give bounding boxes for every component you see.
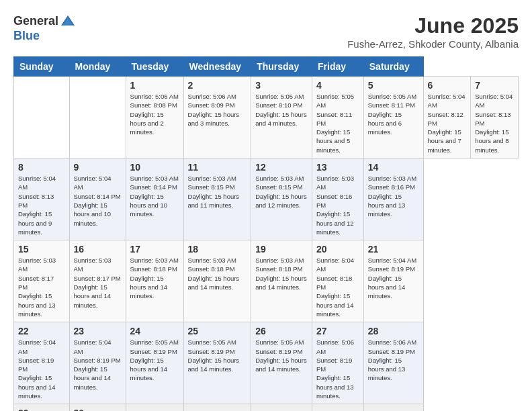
- calendar-cell: 4Sunrise: 5:05 AMSunset: 8:11 PMDaylight…: [312, 77, 364, 158]
- calendar-cell: 8Sunrise: 5:04 AMSunset: 8:13 PMDaylight…: [14, 158, 70, 240]
- day-info: Sunrise: 5:04 AMSunset: 8:19 PMDaylight:…: [74, 338, 122, 392]
- day-info: Sunrise: 5:05 AMSunset: 8:19 PMDaylight:…: [130, 338, 179, 382]
- day-info: Sunrise: 5:03 AMSunset: 8:15 PMDaylight:…: [255, 174, 308, 210]
- calendar-week-row: 8Sunrise: 5:04 AMSunset: 8:13 PMDaylight…: [14, 158, 519, 240]
- calendar-cell: 10Sunrise: 5:03 AMSunset: 8:14 PMDayligh…: [126, 158, 183, 240]
- day-number: 30: [74, 408, 122, 411]
- day-info: Sunrise: 5:04 AMSunset: 8:18 PMDaylight:…: [316, 256, 359, 318]
- day-info: Sunrise: 5:03 AMSunset: 8:16 PMDaylight:…: [368, 174, 419, 218]
- header-sunday: Sunday: [14, 57, 70, 77]
- day-info: Sunrise: 5:06 AMSunset: 8:09 PMDaylight:…: [188, 92, 247, 128]
- day-info: Sunrise: 5:06 AMSunset: 8:19 PMDaylight:…: [368, 338, 419, 382]
- day-number: 1: [130, 80, 179, 91]
- day-number: 21: [368, 244, 419, 255]
- calendar-cell: 16Sunrise: 5:03 AMSunset: 8:17 PMDayligh…: [69, 240, 126, 322]
- header-tuesday: Tuesday: [126, 57, 183, 77]
- day-info: Sunrise: 5:03 AMSunset: 8:14 PMDaylight:…: [130, 174, 179, 218]
- calendar-cell: 26Sunrise: 5:05 AMSunset: 8:19 PMDayligh…: [251, 322, 312, 404]
- calendar-cell: 17Sunrise: 5:03 AMSunset: 8:18 PMDayligh…: [126, 240, 183, 322]
- calendar-cell: 1Sunrise: 5:06 AMSunset: 8:08 PMDaylight…: [126, 77, 183, 158]
- day-number: 27: [316, 326, 359, 336]
- day-number: 9: [74, 162, 122, 173]
- day-number: 5: [368, 80, 419, 91]
- calendar-week-row: 29Sunrise: 5:06 AMSunset: 8:19 PMDayligh…: [14, 404, 519, 411]
- day-number: 3: [255, 80, 308, 91]
- calendar-cell: 9Sunrise: 5:04 AMSunset: 8:14 PMDaylight…: [69, 158, 126, 240]
- calendar-cell: 24Sunrise: 5:05 AMSunset: 8:19 PMDayligh…: [126, 322, 183, 404]
- header-saturday: Saturday: [363, 57, 423, 77]
- day-number: 16: [74, 244, 122, 255]
- calendar-cell: 19Sunrise: 5:03 AMSunset: 8:18 PMDayligh…: [251, 240, 312, 322]
- header-wednesday: Wednesday: [183, 57, 251, 77]
- day-info: Sunrise: 5:05 AMSunset: 8:19 PMDaylight:…: [255, 338, 308, 373]
- header-thursday: Thursday: [251, 57, 312, 77]
- day-number: 24: [130, 326, 179, 336]
- day-number: 23: [74, 326, 122, 336]
- calendar-cell: 25Sunrise: 5:05 AMSunset: 8:19 PMDayligh…: [183, 322, 251, 404]
- calendar-cell: 2Sunrise: 5:06 AMSunset: 8:09 PMDaylight…: [183, 77, 251, 158]
- day-info: Sunrise: 5:03 AMSunset: 8:16 PMDaylight:…: [316, 174, 359, 236]
- calendar-week-row: 22Sunrise: 5:04 AMSunset: 8:19 PMDayligh…: [14, 322, 519, 404]
- header-monday: Monday: [69, 57, 126, 77]
- day-number: 18: [188, 244, 247, 255]
- day-number: 17: [130, 244, 179, 255]
- calendar-cell: 18Sunrise: 5:03 AMSunset: 8:18 PMDayligh…: [183, 240, 251, 322]
- day-info: Sunrise: 5:05 AMSunset: 8:11 PMDaylight:…: [316, 92, 359, 154]
- calendar-cell: 11Sunrise: 5:03 AMSunset: 8:15 PMDayligh…: [183, 158, 251, 240]
- page-header: General Blue June 2025 Fushe-Arrez, Shko…: [13, 13, 519, 50]
- day-number: 13: [316, 162, 359, 173]
- day-info: Sunrise: 5:03 AMSunset: 8:17 PMDaylight:…: [74, 256, 122, 310]
- calendar-cell: 30Sunrise: 5:07 AMSunset: 8:19 PMDayligh…: [69, 404, 126, 411]
- calendar-cell: 20Sunrise: 5:04 AMSunset: 8:18 PMDayligh…: [312, 240, 364, 322]
- day-info: Sunrise: 5:04 AMSunset: 8:13 PMDaylight:…: [475, 92, 514, 154]
- calendar-cell: [312, 404, 364, 411]
- day-number: 20: [316, 244, 359, 255]
- day-number: 4: [316, 80, 359, 91]
- day-info: Sunrise: 5:05 AMSunset: 8:10 PMDaylight:…: [255, 92, 308, 128]
- calendar-cell: [251, 404, 312, 411]
- calendar-cell: 13Sunrise: 5:03 AMSunset: 8:16 PMDayligh…: [312, 158, 364, 240]
- day-number: 11: [188, 162, 247, 173]
- calendar-cell: [69, 77, 126, 158]
- calendar-header-row: Sunday Monday Tuesday Wednesday Thursday…: [14, 57, 519, 77]
- logo-icon: [60, 13, 76, 30]
- logo-blue-text: Blue: [13, 30, 76, 43]
- calendar-week-row: 1Sunrise: 5:06 AMSunset: 8:08 PMDaylight…: [14, 77, 519, 158]
- day-info: Sunrise: 5:06 AMSunset: 8:08 PMDaylight:…: [130, 92, 179, 136]
- location-title: Fushe-Arrez, Shkoder County, Albania: [347, 38, 519, 50]
- day-number: 6: [428, 80, 467, 91]
- day-info: Sunrise: 5:04 AMSunset: 8:19 PMDaylight:…: [368, 256, 419, 300]
- day-number: 7: [475, 80, 514, 91]
- calendar-cell: 12Sunrise: 5:03 AMSunset: 8:15 PMDayligh…: [251, 158, 312, 240]
- calendar-cell: 21Sunrise: 5:04 AMSunset: 8:19 PMDayligh…: [363, 240, 423, 322]
- calendar-cell: 28Sunrise: 5:06 AMSunset: 8:19 PMDayligh…: [363, 322, 423, 404]
- calendar-cell: 3Sunrise: 5:05 AMSunset: 8:10 PMDaylight…: [251, 77, 312, 158]
- calendar-cell: 5Sunrise: 5:05 AMSunset: 8:11 PMDaylight…: [363, 77, 423, 158]
- day-info: Sunrise: 5:04 AMSunset: 8:14 PMDaylight:…: [74, 174, 122, 228]
- day-info: Sunrise: 5:03 AMSunset: 8:17 PMDaylight:…: [18, 256, 65, 318]
- calendar-cell: 22Sunrise: 5:04 AMSunset: 8:19 PMDayligh…: [14, 322, 70, 404]
- calendar-cell: [183, 404, 251, 411]
- calendar-cell: [363, 404, 423, 411]
- day-number: 10: [130, 162, 179, 173]
- day-info: Sunrise: 5:04 AMSunset: 8:13 PMDaylight:…: [18, 174, 65, 236]
- calendar-cell: 7Sunrise: 5:04 AMSunset: 8:13 PMDaylight…: [471, 77, 519, 158]
- day-number: 29: [18, 408, 65, 411]
- day-info: Sunrise: 5:04 AMSunset: 8:19 PMDaylight:…: [18, 338, 65, 400]
- day-number: 15: [18, 244, 65, 255]
- calendar-cell: 6Sunrise: 5:04 AMSunset: 8:12 PMDaylight…: [423, 77, 471, 158]
- day-number: 14: [368, 162, 419, 173]
- day-number: 19: [255, 244, 308, 255]
- calendar-table: Sunday Monday Tuesday Wednesday Thursday…: [13, 56, 519, 411]
- day-number: 8: [18, 162, 65, 173]
- calendar-cell: 27Sunrise: 5:06 AMSunset: 8:19 PMDayligh…: [312, 322, 364, 404]
- header-friday: Friday: [312, 57, 364, 77]
- calendar-cell: [14, 77, 70, 158]
- month-title: June 2025: [347, 13, 519, 38]
- day-number: 26: [255, 326, 308, 336]
- day-number: 22: [18, 326, 65, 336]
- calendar-cell: 14Sunrise: 5:03 AMSunset: 8:16 PMDayligh…: [363, 158, 423, 240]
- calendar-week-row: 15Sunrise: 5:03 AMSunset: 8:17 PMDayligh…: [14, 240, 519, 322]
- calendar-cell: 15Sunrise: 5:03 AMSunset: 8:17 PMDayligh…: [14, 240, 70, 322]
- day-number: 2: [188, 80, 247, 91]
